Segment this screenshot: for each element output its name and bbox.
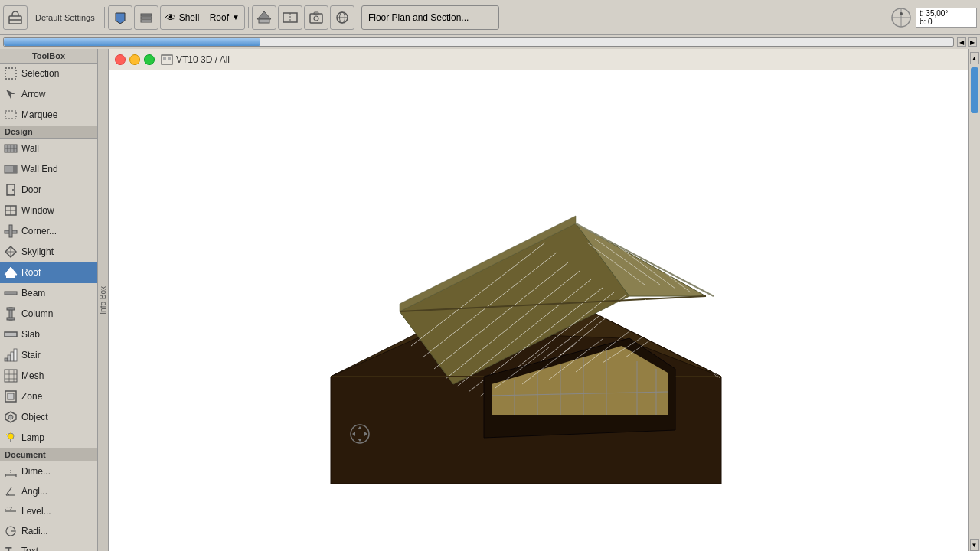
object-icon	[3, 409, 18, 425]
lamp-icon	[3, 430, 18, 445]
sidebar-item-level[interactable]: -12 Level...	[0, 501, 97, 521]
svg-rect-45	[7, 318, 15, 320]
svg-marker-2	[116, 13, 125, 24]
svg-point-60	[8, 433, 14, 439]
photo-btn[interactable]	[304, 5, 328, 30]
sidebar-item-stair[interactable]: Stair	[0, 345, 97, 366]
sidebar-item-angl[interactable]: Angl...	[0, 481, 97, 501]
sidebar-item-selection[interactable]: Selection	[0, 64, 97, 84]
svg-text:-12: -12	[5, 506, 12, 511]
svg-text:T: T	[5, 545, 12, 551]
canvas-title-text: VT10 3D / All	[176, 54, 230, 65]
shell-roof-label: Shell – Roof	[179, 12, 229, 23]
sidebar-label-arrow: Arrow	[21, 89, 45, 99]
sidebar-item-door[interactable]: Door	[0, 180, 97, 201]
sidebar-item-radi[interactable]: Radi...	[0, 521, 97, 541]
roof-shape-btn[interactable]	[252, 5, 276, 30]
shell-roof-dropdown[interactable]: 👁 Shell – Roof ▼	[160, 5, 245, 30]
globe-btn[interactable]	[330, 5, 354, 30]
marquee-icon	[3, 107, 18, 122]
svg-marker-6	[257, 11, 271, 19]
maximize-button[interactable]	[144, 54, 155, 65]
info-box: Info Box	[98, 49, 109, 551]
shape-btn[interactable]	[108, 5, 132, 30]
canvas-icon	[161, 54, 173, 66]
sidebar-item-text[interactable]: T Text...	[0, 541, 97, 551]
progress-prev[interactable]: ◀	[957, 37, 966, 47]
toolbox-title: ToolBox	[0, 49, 97, 64]
sidebar-label-radi: Radi...	[21, 526, 48, 536]
window-controls	[115, 54, 155, 65]
sidebar-item-lamp[interactable]: Lamp	[0, 428, 97, 448]
sidebar-item-corner[interactable]: Corner...	[0, 221, 97, 242]
sidebar-item-object[interactable]: Object	[0, 407, 97, 428]
shell-roof-arrow: ▼	[232, 13, 240, 21]
mesh-icon	[3, 368, 18, 383]
sidebar-label-slab: Slab	[21, 329, 40, 340]
svg-point-30	[12, 189, 14, 191]
sidebar-item-marquee[interactable]: Marquee	[0, 105, 97, 126]
layers-btn[interactable]	[134, 5, 158, 30]
sidebar-item-skylight[interactable]: Skylight	[0, 242, 97, 262]
svg-rect-35	[9, 225, 12, 237]
svg-line-62	[6, 434, 8, 435]
svg-rect-77	[163, 57, 166, 60]
toolbox-btn[interactable]	[3, 5, 28, 30]
canvas-viewport[interactable]	[109, 70, 968, 551]
progress-row: ◀ ▶	[0, 35, 980, 49]
sidebar-item-slab[interactable]: Slab	[0, 324, 97, 345]
sidebar-item-dime[interactable]: Dime...	[0, 461, 97, 481]
svg-rect-40	[6, 275, 15, 278]
svg-marker-39	[5, 267, 17, 275]
info-box-text: Info Box	[99, 286, 107, 315]
radi-icon	[3, 523, 18, 539]
column-icon	[3, 306, 18, 321]
svg-rect-49	[11, 352, 14, 361]
main-area: ToolBox Selection Arrow Marquee Design	[0, 49, 980, 551]
svg-rect-57	[8, 393, 14, 399]
zone-icon	[3, 389, 18, 404]
sidebar-label-stair: Stair	[21, 350, 41, 360]
svg-rect-5	[141, 20, 152, 22]
sidebar-item-roof[interactable]: Roof	[0, 262, 97, 283]
sidebar-item-wall-end[interactable]: Wall End	[0, 159, 97, 180]
skylight-icon	[3, 244, 18, 259]
sidebar-item-beam[interactable]: Beam	[0, 283, 97, 304]
close-button[interactable]	[115, 54, 126, 65]
sidebar-item-mesh[interactable]: Mesh	[0, 366, 97, 386]
minimize-button[interactable]	[129, 54, 140, 65]
svg-rect-7	[259, 19, 270, 23]
sep3	[358, 7, 358, 28]
building-svg	[247, 132, 767, 499]
sidebar-label-text: Text...	[21, 546, 46, 551]
sidebar-label-marquee: Marquee	[21, 109, 57, 120]
sidebar-item-arrow[interactable]: Arrow	[0, 84, 97, 105]
design-section-header: Design	[0, 126, 97, 139]
sidebar-label-selection: Selection	[21, 68, 59, 79]
svg-rect-4	[141, 17, 152, 19]
sidebar-item-column[interactable]: Column	[0, 304, 97, 324]
progress-next[interactable]: ▶	[968, 37, 977, 47]
sidebar-item-zone[interactable]: Zone	[0, 386, 97, 407]
scroll-thumb[interactable]	[971, 67, 978, 113]
progress-nav: ◀ ▶	[957, 37, 977, 47]
svg-rect-21	[5, 111, 16, 119]
sidebar-label-wall-end: Wall End	[21, 164, 58, 174]
coord-t: t: 35,00°	[920, 9, 973, 18]
svg-point-11	[314, 16, 318, 21]
sidebar-item-wall[interactable]: Wall	[0, 139, 97, 159]
right-scrollbar: ▲ ▼	[968, 49, 980, 551]
sidebar-label-roof: Roof	[21, 267, 41, 278]
sidebar-item-window[interactable]: Window	[0, 201, 97, 221]
floor-plan-dropdown[interactable]: Floor Plan and Section...	[361, 5, 499, 30]
scroll-up-btn[interactable]: ▲	[970, 52, 979, 64]
wall-end-icon	[3, 161, 18, 177]
sidebar-label-angl: Angl...	[21, 486, 47, 497]
canvas-titlebar: VT10 3D / All	[109, 49, 968, 70]
sidebar-label-mesh: Mesh	[21, 370, 44, 381]
sep1	[104, 7, 105, 28]
svg-line-63	[14, 434, 15, 435]
section-btn[interactable]	[278, 5, 302, 30]
progress-fill	[4, 38, 260, 46]
scroll-down-btn[interactable]: ▼	[970, 539, 979, 551]
